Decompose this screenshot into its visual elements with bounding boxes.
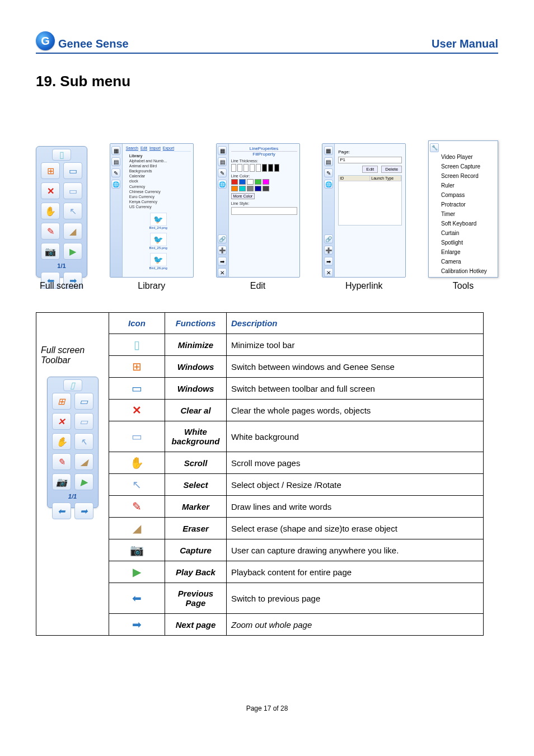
color-swatch[interactable] bbox=[263, 179, 269, 185]
playback-icon[interactable]: ▶ bbox=[74, 473, 93, 490]
edit-side-icon[interactable]: 🔗 bbox=[218, 234, 227, 243]
play-icon-cell: ▶ bbox=[109, 561, 165, 583]
tools-menu-item[interactable]: Soft Keyboard bbox=[429, 219, 498, 228]
er-icon: ◢ bbox=[128, 520, 147, 537]
table-row: 📷CaptureUser can capture drawing anywher… bbox=[109, 539, 484, 561]
function-description: Select erase (shape and size)to erase ob… bbox=[227, 518, 484, 539]
white-bg-icon[interactable]: ▭ bbox=[74, 413, 93, 430]
marker-icon[interactable]: ✎ bbox=[52, 453, 71, 470]
edit-side-icon[interactable]: ➡ bbox=[218, 257, 227, 266]
hyp-side-icon[interactable]: ▦ bbox=[324, 146, 333, 155]
color-swatch[interactable] bbox=[255, 179, 261, 185]
eraser-icon[interactable]: ◢ bbox=[74, 453, 93, 470]
line-style-select[interactable] bbox=[231, 207, 297, 215]
tools-menu-item[interactable]: Camera bbox=[429, 257, 498, 266]
prev-page-icon[interactable]: ⬅ bbox=[52, 503, 71, 519]
capture-icon[interactable]: 📷 bbox=[41, 243, 60, 260]
hyp-side-icon[interactable]: ✕ bbox=[324, 268, 333, 277]
marker-icon[interactable]: ✎ bbox=[41, 223, 60, 240]
capture-icon[interactable]: 📷 bbox=[52, 473, 71, 490]
tab-line-properties[interactable]: LineProperties bbox=[231, 146, 297, 151]
color-swatch[interactable] bbox=[239, 179, 246, 185]
hyperlink-list[interactable]: ID Launch Type bbox=[338, 175, 402, 226]
tools-menu-item[interactable]: Timer bbox=[429, 209, 498, 219]
function-description: Draw lines and write words bbox=[227, 496, 484, 518]
color-swatch[interactable] bbox=[231, 186, 238, 191]
function-name: Select bbox=[165, 474, 227, 496]
more-color-button[interactable]: More Color bbox=[231, 193, 255, 199]
edit-side-icon[interactable]: ▦ bbox=[218, 146, 227, 155]
hyp-side-icon[interactable]: ➕ bbox=[324, 246, 333, 255]
edit-side-icon[interactable]: ✕ bbox=[218, 268, 227, 277]
color-swatch[interactable] bbox=[247, 179, 254, 185]
page-input[interactable]: P1 bbox=[338, 157, 402, 163]
playback-icon[interactable]: ▶ bbox=[63, 243, 82, 260]
function-description: Switch between toolbar and full screen bbox=[227, 378, 484, 400]
next-icon: ➡ bbox=[128, 616, 147, 633]
label-style: Line Style: bbox=[231, 201, 297, 205]
function-name: Next page bbox=[165, 614, 227, 636]
eraser-icon[interactable]: ◢ bbox=[63, 223, 82, 240]
tab-fill-property[interactable]: FillProperty bbox=[231, 151, 297, 157]
tools-menu-item[interactable]: Screen Record bbox=[429, 171, 498, 181]
lib-side-icon[interactable]: ▦ bbox=[111, 146, 120, 155]
manual-label: User Manual bbox=[432, 37, 498, 50]
edit-button[interactable]: Edit bbox=[362, 166, 378, 173]
delete-button[interactable]: Delete bbox=[381, 166, 402, 173]
hyp-side-icon[interactable]: ✎ bbox=[324, 168, 333, 177]
caption-tools: Tools bbox=[453, 281, 474, 291]
white-bg-icon[interactable]: ▭ bbox=[63, 182, 82, 199]
windows-toggle-icon[interactable]: ▭ bbox=[74, 393, 93, 410]
tools-menu-item[interactable]: Compass bbox=[429, 190, 498, 200]
windows-toggle-icon[interactable]: ▭ bbox=[63, 162, 82, 179]
scroll-icon[interactable]: ✋ bbox=[52, 433, 71, 450]
library-thumb[interactable]: 🐦 bbox=[150, 233, 167, 246]
library-thumb[interactable]: 🐦 bbox=[150, 213, 167, 226]
tools-menu-item[interactable]: Enlarge bbox=[429, 247, 498, 257]
scroll-icon[interactable]: ✋ bbox=[41, 203, 60, 219]
color-swatch[interactable] bbox=[231, 179, 238, 185]
tools-menu-item[interactable]: Screen Capture bbox=[429, 162, 498, 171]
clear-icon[interactable]: ✕ bbox=[52, 413, 71, 430]
color-grid[interactable] bbox=[231, 179, 297, 191]
color-swatch[interactable] bbox=[239, 186, 246, 191]
clear-icon[interactable]: ✕ bbox=[41, 182, 60, 199]
edit-side-icon[interactable]: ✎ bbox=[218, 168, 227, 177]
table-row: ▯MinimizeMinimize tool bar bbox=[109, 334, 484, 356]
tools-menu-item[interactable]: Video Player bbox=[429, 152, 498, 162]
tools-menu-item[interactable]: Ruler bbox=[429, 181, 498, 190]
next-page-icon[interactable]: ➡ bbox=[74, 503, 93, 519]
table-row: ✋ScrollScroll move pages bbox=[109, 452, 484, 474]
color-swatch[interactable] bbox=[263, 186, 269, 191]
hyp-side-icon[interactable]: ➡ bbox=[324, 257, 333, 266]
lib-side-icon[interactable]: ✎ bbox=[111, 168, 120, 177]
library-tabs[interactable]: Search Edit Import Export bbox=[126, 146, 191, 152]
select-icon[interactable]: ↖ bbox=[63, 203, 82, 219]
color-swatch[interactable] bbox=[247, 186, 254, 191]
edit-side-icon[interactable]: ▤ bbox=[218, 157, 227, 166]
edit-side-icon[interactable]: ➕ bbox=[218, 246, 227, 255]
windows-icon[interactable]: ⊞ bbox=[41, 162, 60, 179]
lib-side-icon[interactable]: 🌐 bbox=[111, 180, 120, 189]
tools-menu-item[interactable]: Calibration Hotkey bbox=[429, 266, 498, 276]
caption-edit: Edit bbox=[250, 281, 266, 291]
minimize-icon[interactable]: ▯ bbox=[63, 379, 82, 391]
select-icon[interactable]: ↖ bbox=[74, 433, 93, 450]
library-thumb[interactable]: 🐦 bbox=[150, 253, 167, 266]
tools-menu-item[interactable]: Curtain bbox=[429, 228, 498, 238]
color-swatch[interactable] bbox=[255, 186, 261, 191]
windows-icon[interactable]: ⊞ bbox=[52, 393, 71, 410]
lib-side-icon[interactable]: ▤ bbox=[111, 157, 120, 166]
hyp-side-icon[interactable]: 🔗 bbox=[324, 234, 333, 243]
figure-hyperlink: ▦ ▤ ✎ 🌐 🔗 ➕ ➡ ✕ Page: P1 bbox=[322, 143, 406, 291]
edit-side-icon[interactable]: 🌐 bbox=[218, 180, 227, 189]
thickness-picker[interactable] bbox=[231, 164, 297, 172]
function-description: Select object / Resize /Rotate bbox=[227, 474, 484, 496]
tools-menu-item[interactable]: Protractor bbox=[429, 200, 498, 209]
minimize-icon[interactable]: ▯ bbox=[52, 149, 71, 161]
min-icon-cell: ▯ bbox=[109, 334, 165, 356]
library-tree[interactable]: Library Alphabet and Numb... Animal and … bbox=[126, 153, 191, 209]
tools-menu-item[interactable]: Spotlight bbox=[429, 238, 498, 247]
hyp-side-icon[interactable]: ▤ bbox=[324, 157, 333, 166]
hyp-side-icon[interactable]: 🌐 bbox=[324, 180, 333, 189]
